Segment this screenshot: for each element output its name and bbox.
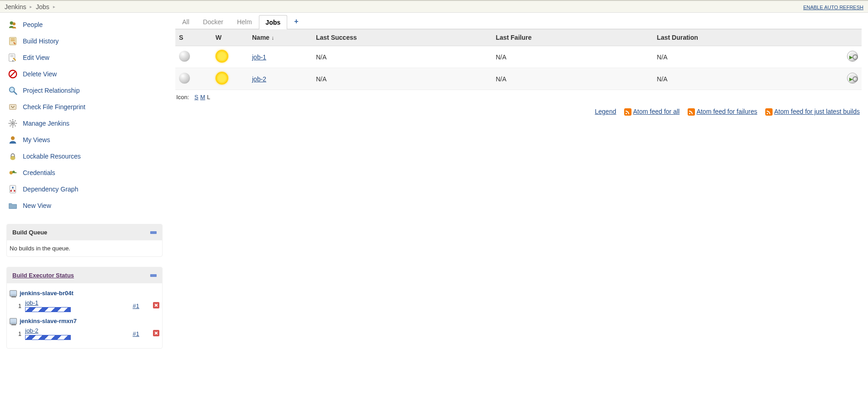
computer-icon [10, 318, 17, 324]
last-success-cell: N/A [312, 68, 492, 90]
people-icon [7, 19, 18, 30]
executor-build-link[interactable]: #1 [133, 330, 139, 337]
icon-size-l: L [207, 94, 210, 101]
feed-all-link[interactable]: Atom feed for all [633, 108, 679, 115]
rss-icon [624, 108, 631, 116]
stop-build-icon[interactable] [153, 302, 159, 308]
sidebar-item-lockable-resources[interactable]: Lockable Resources [6, 148, 163, 165]
col-last-failure[interactable]: Last Failure [492, 29, 653, 46]
tab-add-view[interactable]: + [287, 15, 305, 29]
executor-job-link[interactable]: job-1 [25, 299, 38, 306]
col-status[interactable]: S [175, 29, 212, 46]
delete-icon [7, 69, 18, 80]
footer-links: Legend Atom feed for all Atom feed for f… [175, 104, 862, 119]
icon-size-label: Icon: [176, 94, 189, 101]
col-actions [834, 29, 862, 46]
sidebar-item-dependency-graph[interactable]: Dependency Graph [6, 181, 163, 197]
feed-failures-link[interactable]: Atom feed for failures [696, 108, 757, 115]
col-weather[interactable]: W [212, 29, 248, 46]
feed-latest-link[interactable]: Atom feed for just latest builds [774, 108, 860, 115]
icon-size-s[interactable]: S [195, 94, 199, 101]
breadcrumb-bar: Jenkins ▸ Jobs ▸ ENABLE AUTO REFRESH [0, 0, 868, 13]
svg-point-30 [11, 190, 12, 192]
sidebar-item-edit-view[interactable]: Edit View [6, 49, 163, 66]
svg-rect-28 [10, 186, 16, 193]
svg-point-23 [11, 136, 15, 140]
svg-line-21 [10, 126, 11, 127]
sidebar-item-credentials[interactable]: Credentials [6, 165, 163, 181]
icon-size-row: Icon: S M L [175, 90, 862, 104]
breadcrumb-item[interactable]: Jobs [36, 3, 49, 11]
svg-rect-6 [11, 55, 14, 56]
last-success-cell: N/A [312, 46, 492, 68]
svg-point-25 [10, 171, 13, 174]
schedule-build-icon[interactable] [847, 51, 858, 62]
sort-arrow-icon: ↓ [271, 35, 274, 41]
sidebar-item-project-relationship[interactable]: Project Relationship [6, 82, 163, 99]
sidebar-item-label: Project Relationship [23, 87, 80, 94]
schedule-build-icon[interactable] [847, 73, 858, 84]
collapse-icon[interactable] [150, 231, 157, 234]
tab-jobs[interactable]: Jobs [259, 15, 288, 29]
job-link[interactable]: job-2 [252, 75, 266, 83]
enable-auto-refresh-link[interactable]: ENABLE AUTO REFRESH [803, 5, 863, 10]
icon-size-m[interactable]: M [200, 94, 205, 101]
last-duration-cell: N/A [653, 46, 834, 68]
svg-rect-3 [11, 39, 15, 40]
executor-job-link[interactable]: job-2 [25, 327, 38, 334]
svg-point-14 [12, 122, 14, 124]
sidebar-item-build-history[interactable]: Build History [6, 33, 163, 49]
executor-slot: 1 [16, 330, 21, 337]
collapse-icon[interactable] [150, 274, 157, 277]
rss-icon [688, 108, 695, 116]
executor-slot: 1 [16, 303, 21, 309]
executor-node-link[interactable]: jenkins-slave-rmxn7 [20, 318, 77, 324]
svg-point-31 [14, 190, 16, 192]
stop-build-icon[interactable] [153, 330, 159, 336]
sidebar-item-label: Manage Jenkins [23, 120, 69, 127]
breadcrumb-item[interactable]: Jenkins [5, 3, 26, 11]
sidebar-item-label: Edit View [23, 54, 49, 61]
tab-helm[interactable]: Helm [230, 15, 259, 29]
executor-node-link[interactable]: jenkins-slave-br04t [20, 290, 74, 297]
user-icon [7, 134, 18, 145]
sidebar-item-check-fingerprint[interactable]: Check File Fingerprint [6, 99, 163, 115]
panel-title: Build Queue [12, 229, 47, 236]
build-queue-panel: Build Queue No builds in the queue. [6, 224, 163, 257]
svg-rect-4 [11, 40, 15, 41]
sidebar-item-label: My Views [23, 136, 50, 143]
build-executor-panel: Build Executor Status jenkins-slave-br04… [6, 267, 163, 349]
sidebar-item-manage-jenkins[interactable]: Manage Jenkins [6, 115, 163, 132]
edit-icon [7, 52, 18, 63]
tab-docker[interactable]: Docker [196, 15, 230, 29]
folder-plus-icon [7, 200, 18, 211]
svg-line-19 [10, 121, 11, 122]
sidebar-item-label: People [23, 21, 43, 28]
computer-icon [10, 290, 17, 297]
progress-bar[interactable] [25, 335, 71, 340]
sidebar-item-people[interactable]: People [6, 16, 163, 33]
job-link[interactable]: job-1 [252, 53, 266, 61]
col-last-success[interactable]: Last Success [312, 29, 492, 46]
table-row: job-2 N/A N/A N/A [175, 68, 862, 90]
legend-link[interactable]: Legend [595, 108, 616, 116]
col-last-duration[interactable]: Last Duration [653, 29, 834, 46]
search-icon [7, 85, 18, 96]
sidebar-item-my-views[interactable]: My Views [6, 132, 163, 148]
table-row: job-1 N/A N/A N/A [175, 46, 862, 68]
sidebar-item-delete-view[interactable]: Delete View [6, 66, 163, 82]
breadcrumb-separator-icon: ▸ [53, 4, 55, 9]
executor-node: jenkins-slave-rmxn7 [10, 316, 159, 326]
sidebar-item-label: New View [23, 202, 51, 209]
col-name[interactable]: Name↓ [248, 29, 312, 46]
key-icon [7, 167, 18, 178]
executor-build-link[interactable]: #1 [133, 303, 139, 309]
executor-row: 1 job-1 #1 [10, 298, 159, 316]
progress-bar[interactable] [25, 307, 71, 312]
tab-all[interactable]: All [175, 15, 196, 29]
panel-title-link[interactable]: Build Executor Status [12, 272, 74, 279]
main-panel: All Docker Helm Jobs + S W Name↓ Last Su… [169, 13, 868, 352]
svg-line-20 [15, 126, 16, 127]
sidebar-item-new-view[interactable]: New View [6, 197, 163, 214]
sidebar-item-label: Credentials [23, 169, 55, 176]
